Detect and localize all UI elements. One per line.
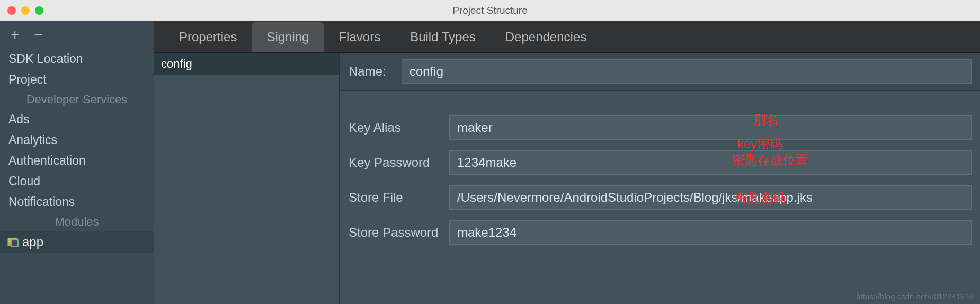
close-button[interactable] (7, 6, 16, 15)
watermark: https://blog.csdn.net/u012241616 (856, 292, 974, 301)
sidebar-item-project[interactable]: Project (0, 69, 154, 90)
section-developer-services: Developer Services (0, 90, 154, 109)
section-modules: Modules (0, 212, 154, 231)
name-row: Name: (340, 53, 980, 91)
module-label: app (22, 235, 43, 249)
store-password-label: Store Password (349, 225, 449, 240)
tab-properties[interactable]: Properties (164, 22, 252, 52)
form-panel: Name: Key Alias Key Password Store File (339, 53, 980, 304)
key-alias-label: Key Alias (349, 120, 449, 135)
name-label: Name: (349, 64, 402, 79)
sidebar: + − SDK Location Project Developer Servi… (0, 21, 154, 304)
main-area: + − SDK Location Project Developer Servi… (0, 21, 980, 304)
store-file-input[interactable] (449, 185, 972, 210)
add-button[interactable]: + (11, 28, 19, 42)
name-input[interactable] (402, 59, 972, 84)
store-password-input[interactable] (449, 220, 972, 245)
key-alias-row: Key Alias (340, 110, 980, 145)
panels: config Name: Key Alias Key Password Stor (154, 53, 980, 304)
tab-build-types[interactable]: Build Types (395, 22, 491, 52)
tab-signing[interactable]: Signing (252, 22, 324, 52)
sidebar-item-notifications[interactable]: Notifications (0, 192, 154, 212)
minimize-button[interactable] (21, 6, 30, 15)
module-icon (7, 238, 18, 246)
config-item[interactable]: config (154, 53, 339, 75)
key-password-label: Key Password (349, 155, 449, 170)
store-file-row: Store File (340, 180, 980, 215)
config-list: config (154, 53, 339, 304)
zoom-button[interactable] (35, 6, 43, 15)
titlebar: Project Structure (0, 0, 980, 21)
tabs: Properties Signing Flavors Build Types D… (154, 21, 980, 53)
key-password-row: Key Password (340, 145, 980, 180)
traffic-lights (7, 6, 43, 15)
tab-flavors[interactable]: Flavors (324, 22, 395, 52)
key-alias-input[interactable] (449, 115, 972, 140)
sidebar-item-sdk-location[interactable]: SDK Location (0, 49, 154, 69)
store-password-row: Store Password (340, 215, 980, 250)
remove-button[interactable]: − (34, 28, 42, 42)
sidebar-tools: + − (0, 21, 154, 49)
sidebar-item-cloud[interactable]: Cloud (0, 171, 154, 192)
sidebar-item-analytics[interactable]: Analytics (0, 130, 154, 150)
key-password-input[interactable] (449, 150, 972, 175)
sidebar-item-authentication[interactable]: Authentication (0, 150, 154, 171)
sidebar-item-ads[interactable]: Ads (0, 109, 154, 130)
store-file-label: Store File (349, 190, 449, 205)
module-item-app[interactable]: app (0, 231, 154, 253)
tab-dependencies[interactable]: Dependencies (491, 22, 601, 52)
content: Properties Signing Flavors Build Types D… (154, 21, 980, 304)
window-title: Project Structure (0, 5, 980, 16)
